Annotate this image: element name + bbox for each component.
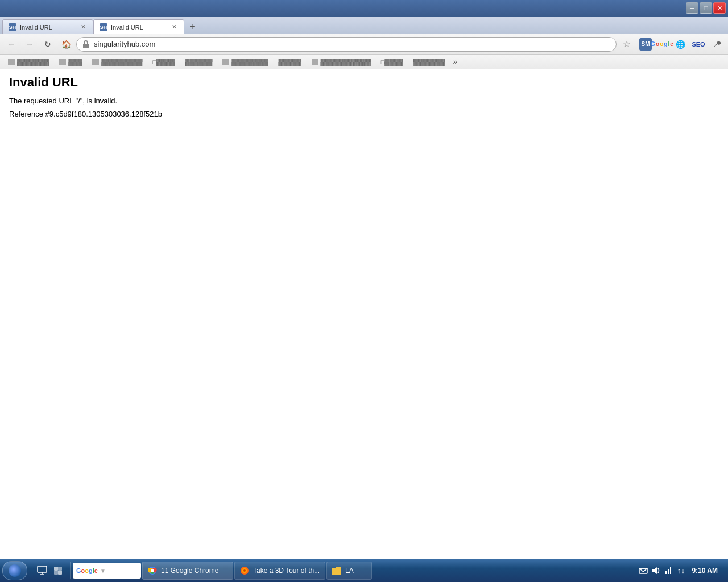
svg-rect-20 (670, 567, 671, 574)
svg-rect-0 (83, 44, 89, 48)
bookmarks-bar: ▓▓▓▓▓▓▓ ▓▓▓ ▓▓▓▓▓▓▓▓▓ □▓▓▓▓ ▓▓▓▓▓▓ ▓▓▓▓▓… (0, 55, 728, 69)
seo-extension-icon[interactable]: SEO (690, 36, 706, 52)
bookmark-item-1[interactable]: ▓▓▓▓▓▓▓ (3, 56, 53, 68)
bookmark-favicon-3 (92, 59, 99, 65)
minimize-button[interactable]: ─ (686, 2, 698, 14)
bookmark-favicon-2 (59, 59, 66, 65)
bookmark-item-7[interactable]: ▓▓▓▓▓ (274, 56, 305, 68)
bookmark-label-5: ▓▓▓▓▓▓ (185, 59, 212, 65)
bookmark-item-2[interactable]: ▓▓▓ (55, 56, 86, 68)
quick-launch-icon-2[interactable] (51, 563, 65, 578)
tab-close-1[interactable]: ✕ (79, 23, 87, 31)
taskbar-item-firefox-label: Take a 3D Tour of th... (253, 567, 320, 575)
address-lock-icon (81, 40, 90, 49)
svg-marker-17 (652, 567, 657, 574)
tab-favicon-1: SH (9, 23, 16, 31)
bookmark-label-10: ▓▓▓▓▓▓▓ (413, 59, 445, 65)
taskbar-item-folder[interactable]: LA (326, 562, 372, 580)
sm-extension-icon[interactable]: SM (639, 38, 652, 51)
tab-favicon-2: SH (100, 23, 107, 31)
bookmark-label-4: □▓▓▓▓ (152, 59, 175, 65)
google-search-bar[interactable]: Google ▼ (73, 563, 141, 579)
bookmark-item-4[interactable]: □▓▓▓▓ (148, 56, 179, 68)
google-extension-icon[interactable]: Google (654, 36, 670, 52)
taskbar-item-chrome-label: 11 Google Chrome (161, 567, 218, 575)
search-arrow: ▼ (100, 568, 106, 574)
svg-rect-7 (58, 571, 62, 575)
home-button[interactable]: 🏠 (58, 36, 74, 52)
svg-marker-16 (639, 568, 647, 572)
start-orb (9, 564, 21, 577)
nav-bar: ← → ↻ 🏠 singularityhub.com ☆ SM Google 🌐… (0, 34, 728, 55)
google-label: Google (76, 567, 98, 574)
forward-button[interactable]: → (22, 36, 38, 52)
reload-button[interactable]: ↻ (40, 36, 56, 52)
title-bar: ─ □ ✕ (0, 0, 728, 17)
tab-2[interactable]: SH Invalid URL ✕ (93, 19, 184, 34)
tray-icon-volume[interactable] (651, 566, 661, 576)
bookmark-favicon-6 (222, 59, 229, 65)
bookmark-favicon-1 (8, 59, 15, 65)
tray-icon-network[interactable] (663, 566, 673, 576)
taskbar: Google ▼ 11 Google Chrome Take a 3D T (0, 559, 728, 582)
bookmark-item-8[interactable]: ▓▓▓▓▓▓▓▓▓▓▓ (307, 56, 375, 68)
bookmark-label-1: ▓▓▓▓▓▓▓ (17, 59, 49, 65)
address-text: singularityhub.com (94, 40, 155, 48)
svg-rect-19 (668, 569, 669, 574)
window-controls: ─ □ ✕ (686, 2, 726, 14)
maximize-button[interactable]: □ (700, 2, 712, 14)
svg-rect-1 (38, 566, 47, 572)
taskbar-item-firefox[interactable]: Take a 3D Tour of th... (234, 562, 325, 580)
bookmark-label-6: ▓▓▓▓▓▓▓▓ (231, 59, 268, 65)
close-button[interactable]: ✕ (713, 2, 726, 14)
bookmark-favicon-8 (312, 59, 318, 65)
bookmark-item-6[interactable]: ▓▓▓▓▓▓▓▓ (218, 56, 272, 68)
wrench-icon[interactable] (709, 36, 725, 52)
bookmark-star-button[interactable]: ☆ (619, 36, 635, 52)
taskbar-item-chrome[interactable]: 11 Google Chrome (142, 562, 233, 580)
page-heading: Invalid URL (9, 75, 719, 90)
quick-launch-area (32, 563, 68, 578)
page-body-text: The requested URL "/", is invalid. (9, 97, 719, 105)
bookmark-label-8: ▓▓▓▓▓▓▓▓▓▓▓ (321, 59, 371, 65)
start-button[interactable] (2, 561, 27, 580)
chrome-icon (147, 566, 158, 576)
tab-1[interactable]: SH Invalid URL ✕ (2, 19, 93, 34)
svg-rect-4 (54, 567, 58, 571)
address-bar[interactable]: singularityhub.com (76, 37, 617, 52)
tab-close-2[interactable]: ✕ (170, 23, 178, 31)
folder-icon (332, 566, 342, 576)
bookmark-item-5[interactable]: ▓▓▓▓▓▓ (180, 56, 217, 68)
bookmarks-overflow-button[interactable]: » (451, 57, 460, 66)
bookmark-item-3[interactable]: ▓▓▓▓▓▓▓▓▓ (88, 56, 147, 68)
new-tab-button[interactable]: + (184, 19, 200, 34)
tabs-bar: SH Invalid URL ✕ SH Invalid URL ✕ + (0, 17, 728, 34)
back-button[interactable]: ← (3, 36, 19, 52)
svg-rect-6 (54, 571, 58, 575)
taskbar-item-folder-label: LA (345, 567, 354, 575)
bookmark-label-9: □▓▓▓▓ (381, 59, 403, 65)
extension-icon-2[interactable]: 🌐 (672, 36, 688, 52)
taskbar-divider-2 (70, 562, 71, 579)
clock-time: 9:10 AM (692, 567, 718, 575)
system-clock[interactable]: 9:10 AM (688, 567, 721, 575)
quick-launch-icon-1[interactable] (35, 563, 49, 578)
page-reference: Reference #9.c5d9f180.1305303036.128f521… (9, 110, 719, 118)
bookmark-item-10[interactable]: ▓▓▓▓▓▓▓ (408, 56, 449, 68)
svg-rect-14 (332, 569, 341, 575)
bookmark-label-2: ▓▓▓ (68, 59, 82, 65)
page-content: Invalid URL The requested URL "/", is in… (0, 69, 728, 559)
toolbar-icons: SM Google 🌐 SEO (639, 36, 725, 52)
bookmark-label-3: ▓▓▓▓▓▓▓▓▓ (101, 59, 142, 65)
firefox-icon (239, 566, 250, 576)
svg-point-13 (243, 569, 246, 572)
svg-rect-18 (665, 571, 667, 574)
svg-point-10 (151, 569, 154, 572)
tray-icon-extra[interactable]: ↑↓ (676, 566, 686, 576)
tray-icon-1[interactable] (638, 566, 648, 576)
tab-title-2: Invalid URL (111, 24, 167, 31)
taskbar-divider-1 (30, 562, 30, 579)
system-tray: ↑↓ 9:10 AM (634, 559, 726, 582)
bookmark-label-7: ▓▓▓▓▓ (278, 59, 301, 65)
bookmark-item-9[interactable]: □▓▓▓▓ (377, 56, 408, 68)
